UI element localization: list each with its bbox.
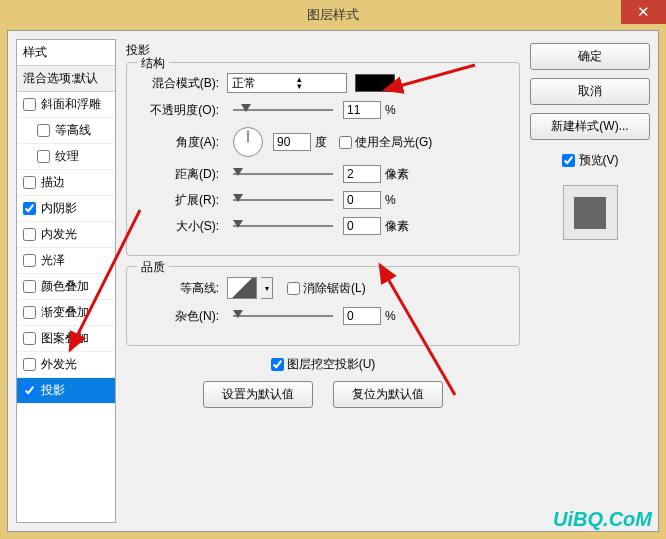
style-item-label: 光泽	[41, 252, 65, 269]
contour-picker[interactable]	[227, 277, 257, 299]
preview-checkbox[interactable]: 预览(V)	[530, 152, 650, 169]
structure-group-label: 结构	[137, 55, 169, 72]
style-item-label: 渐变叠加	[41, 304, 89, 321]
blend-mode-select[interactable]: 正常▴▾	[227, 73, 347, 93]
noise-input[interactable]	[343, 307, 381, 325]
angle-input[interactable]	[273, 133, 311, 151]
global-light-checkbox[interactable]: 使用全局光(G)	[339, 134, 432, 151]
style-item[interactable]: 等高线	[17, 118, 115, 144]
style-item-checkbox[interactable]	[37, 150, 50, 163]
noise-unit: %	[385, 309, 396, 323]
angle-label: 角度(A):	[139, 134, 219, 151]
size-input[interactable]	[343, 217, 381, 235]
opacity-label: 不透明度(O):	[139, 102, 219, 119]
contour-dropdown[interactable]: ▾	[261, 277, 273, 299]
spread-unit: %	[385, 193, 396, 207]
cancel-button[interactable]: 取消	[530, 78, 650, 105]
distance-slider[interactable]	[233, 167, 333, 181]
style-item[interactable]: 渐变叠加	[17, 300, 115, 326]
preview-swatch	[574, 197, 606, 229]
quality-group-label: 品质	[137, 259, 169, 276]
make-default-button[interactable]: 设置为默认值	[203, 381, 313, 408]
distance-unit: 像素	[385, 166, 409, 183]
spread-label: 扩展(R):	[139, 192, 219, 209]
opacity-input[interactable]	[343, 101, 381, 119]
reset-default-button[interactable]: 复位为默认值	[333, 381, 443, 408]
style-item-label: 投影	[41, 382, 65, 399]
style-item[interactable]: 投影	[17, 378, 115, 404]
styles-list: 样式 混合选项:默认 斜面和浮雕等高线纹理描边内阴影内发光光泽颜色叠加渐变叠加图…	[16, 39, 116, 523]
style-item-label: 颜色叠加	[41, 278, 89, 295]
knockout-checkbox[interactable]: 图层挖空投影(U)	[271, 356, 376, 373]
style-item-checkbox[interactable]	[23, 332, 36, 345]
style-item-label: 等高线	[55, 122, 91, 139]
style-item-checkbox[interactable]	[23, 202, 36, 215]
close-icon: ✕	[637, 3, 650, 21]
style-item-label: 内发光	[41, 226, 77, 243]
spread-slider[interactable]	[233, 193, 333, 207]
style-item[interactable]: 颜色叠加	[17, 274, 115, 300]
style-item[interactable]: 图案叠加	[17, 326, 115, 352]
style-item-label: 外发光	[41, 356, 77, 373]
style-item-label: 图案叠加	[41, 330, 89, 347]
watermark: UiBQ.CoM	[553, 508, 652, 531]
opacity-slider[interactable]	[233, 103, 333, 117]
style-item[interactable]: 外发光	[17, 352, 115, 378]
size-unit: 像素	[385, 218, 409, 235]
style-item[interactable]: 斜面和浮雕	[17, 92, 115, 118]
style-item[interactable]: 内发光	[17, 222, 115, 248]
chevron-updown-icon: ▴▾	[297, 76, 302, 90]
size-label: 大小(S):	[139, 218, 219, 235]
blend-mode-label: 混合模式(B):	[139, 75, 219, 92]
antialias-checkbox[interactable]: 消除锯齿(L)	[287, 280, 366, 297]
size-slider[interactable]	[233, 219, 333, 233]
close-button[interactable]: ✕	[621, 0, 666, 24]
style-item-checkbox[interactable]	[23, 306, 36, 319]
spread-input[interactable]	[343, 191, 381, 209]
distance-input[interactable]	[343, 165, 381, 183]
style-item-checkbox[interactable]	[23, 384, 36, 397]
style-item-checkbox[interactable]	[23, 280, 36, 293]
style-item-checkbox[interactable]	[23, 228, 36, 241]
style-item[interactable]: 纹理	[17, 144, 115, 170]
style-item-checkbox[interactable]	[23, 98, 36, 111]
style-item[interactable]: 光泽	[17, 248, 115, 274]
style-item-label: 描边	[41, 174, 65, 191]
ok-button[interactable]: 确定	[530, 43, 650, 70]
noise-slider[interactable]	[233, 309, 333, 323]
style-item-checkbox[interactable]	[37, 124, 50, 137]
angle-dial[interactable]	[233, 127, 263, 157]
contour-label: 等高线:	[139, 280, 219, 297]
angle-unit: 度	[315, 134, 327, 151]
style-item-checkbox[interactable]	[23, 254, 36, 267]
style-item[interactable]: 内阴影	[17, 196, 115, 222]
shadow-color-swatch[interactable]	[355, 74, 395, 92]
preview-box	[563, 185, 618, 240]
style-item-checkbox[interactable]	[23, 176, 36, 189]
blend-options-header[interactable]: 混合选项:默认	[17, 66, 115, 92]
new-style-button[interactable]: 新建样式(W)...	[530, 113, 650, 140]
styles-header[interactable]: 样式	[17, 40, 115, 66]
dialog-title: 图层样式	[307, 6, 359, 24]
settings-panel: 投影 结构 混合模式(B): 正常▴▾ 不透明度(O): % 角度(A): 度 …	[116, 39, 530, 523]
dialog-buttons: 确定 取消 新建样式(W)... 预览(V)	[530, 39, 650, 523]
style-item-label: 内阴影	[41, 200, 77, 217]
section-title: 投影	[126, 39, 520, 62]
style-item-checkbox[interactable]	[23, 358, 36, 371]
style-item-label: 斜面和浮雕	[41, 96, 101, 113]
style-item-label: 纹理	[55, 148, 79, 165]
opacity-unit: %	[385, 103, 396, 117]
style-item[interactable]: 描边	[17, 170, 115, 196]
noise-label: 杂色(N):	[139, 308, 219, 325]
distance-label: 距离(D):	[139, 166, 219, 183]
